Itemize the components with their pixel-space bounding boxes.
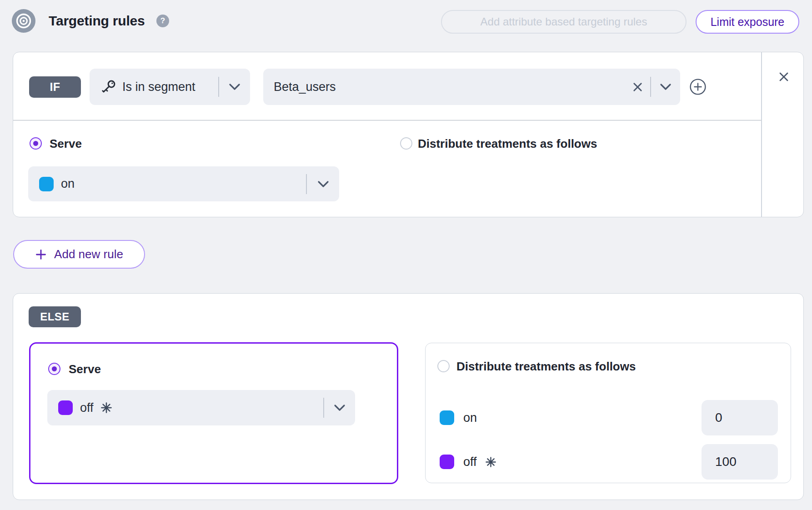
matcher-select[interactable]: Is in segment xyxy=(90,69,250,105)
else-badge: ELSE xyxy=(29,306,81,327)
treatment-name: off xyxy=(463,455,477,469)
distribute-label: Distribute treatments as follows xyxy=(456,360,636,374)
rule-section-divider xyxy=(13,120,761,121)
target-icon xyxy=(11,8,36,35)
card-right-divider xyxy=(761,52,762,217)
treatment-color-swatch xyxy=(440,410,454,425)
add-new-rule-label: Add new rule xyxy=(54,247,123,261)
chevron-down-icon[interactable] xyxy=(324,404,355,411)
treatment-percentage-input[interactable] xyxy=(702,400,778,435)
else-serve-section[interactable]: Serve off xyxy=(29,342,398,484)
treatment-color-swatch xyxy=(440,455,454,469)
treatment-name: off xyxy=(80,401,94,415)
distribute-radio[interactable] xyxy=(437,360,450,372)
serve-treatment-select[interactable]: off xyxy=(47,390,355,425)
if-rule-card: IF Is in segment Beta_users xyxy=(13,52,804,217)
default-treatment-asterisk-icon xyxy=(485,456,496,468)
limit-exposure-button[interactable]: Limit exposure xyxy=(696,10,799,34)
add-attribute-rules-button[interactable]: Add attribute based targeting rules xyxy=(441,10,687,34)
treatment-row: on xyxy=(440,400,778,435)
treatment-row: off xyxy=(440,444,778,480)
serve-radio[interactable] xyxy=(48,363,60,375)
default-treatment-asterisk-icon xyxy=(100,402,112,414)
segment-value-field[interactable]: Beta_users xyxy=(263,69,680,105)
add-condition-plus-icon[interactable] xyxy=(689,78,707,95)
treatment-color-swatch xyxy=(58,400,73,415)
clear-segment-icon[interactable] xyxy=(625,81,650,93)
add-new-rule-button[interactable]: Add new rule xyxy=(13,240,145,269)
treatment-name: on xyxy=(61,177,75,191)
serve-radio[interactable] xyxy=(30,137,42,150)
chevron-down-icon[interactable] xyxy=(651,83,680,90)
targeting-rules-page: Targeting rules ? Add attribute based ta… xyxy=(0,0,812,510)
page-title: Targeting rules xyxy=(49,13,145,29)
help-icon[interactable]: ? xyxy=(156,15,169,27)
treatment-percentage-input[interactable] xyxy=(702,444,778,480)
else-distribute-section[interactable]: Distribute treatments as follows on off xyxy=(425,343,791,483)
serve-treatment-select[interactable]: on xyxy=(28,166,339,201)
segment-value: Beta_users xyxy=(274,80,336,94)
matcher-label: Is in segment xyxy=(122,80,195,94)
remove-rule-close-icon[interactable] xyxy=(777,70,790,83)
chevron-down-icon[interactable] xyxy=(219,83,250,90)
distribute-radio[interactable] xyxy=(400,137,412,150)
plus-icon xyxy=(35,249,47,260)
treatment-name: on xyxy=(463,411,477,425)
else-rule-card: ELSE Serve off Distribute treatments as xyxy=(13,293,804,500)
treatment-color-swatch xyxy=(39,177,54,191)
key-icon xyxy=(100,79,116,95)
if-badge: IF xyxy=(29,76,81,98)
serve-label: Serve xyxy=(69,362,101,376)
distribute-label: Distribute treatments as follows xyxy=(418,137,597,151)
chevron-down-icon[interactable] xyxy=(307,180,339,188)
serve-label: Serve xyxy=(50,137,82,151)
